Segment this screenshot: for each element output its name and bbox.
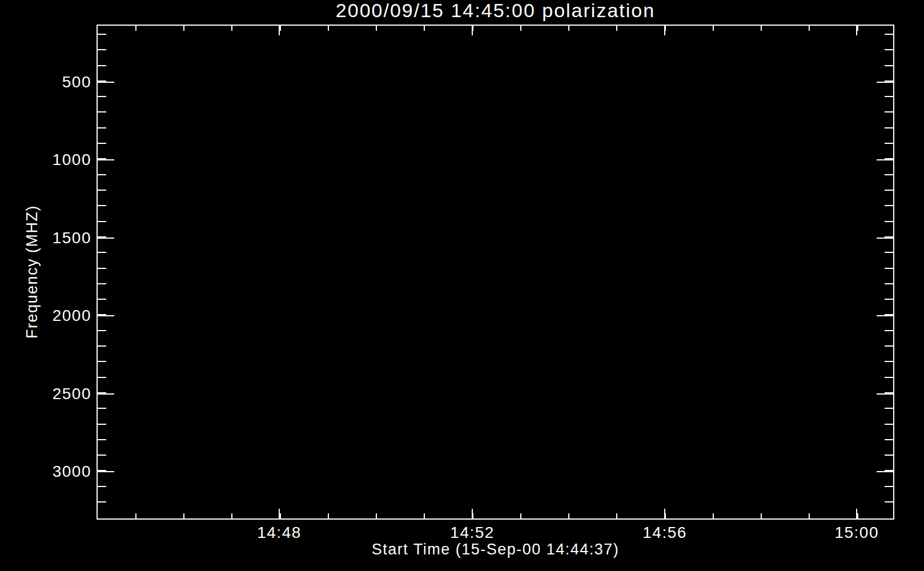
y-minor-tick [98,221,106,222]
x-minor-tick [761,513,762,518]
y-minor-tick [98,111,106,112]
y-minor-tick [885,283,893,284]
y-major-tick [877,315,893,316]
y-axis-label: Frequency (MHZ) [23,205,41,339]
x-tick-label: 14:52 [450,524,495,542]
x-tick-label: 14:56 [642,524,687,542]
y-minor-tick [98,34,106,35]
y-minor-tick [98,252,106,253]
y-major-tick [877,393,893,395]
x-minor-tick [809,513,810,518]
x-minor-tick [376,513,377,518]
y-major-tick [98,315,114,316]
x-axis-label: Start Time (15-Sep-00 14:44:37) [97,541,894,558]
y-major-tick [877,159,893,160]
y-minor-tick [885,486,893,487]
x-minor-tick [568,513,569,518]
y-minor-tick [885,330,893,331]
plot-frame: 14:4814:5214:5615:0050010001500200025003… [97,25,894,520]
y-minor-tick [98,345,106,347]
x-major-tick [472,26,473,35]
y-major-tick [877,471,893,472]
x-minor-tick [809,26,810,31]
x-minor-tick [713,513,714,518]
y-minor-tick [98,143,106,144]
y-minor-tick [885,111,893,112]
x-major-tick [279,509,280,518]
x-minor-tick [520,26,521,31]
x-minor-tick [616,513,617,518]
y-major-tick [98,238,114,239]
x-minor-tick [135,513,136,518]
y-minor-tick [885,361,893,362]
x-minor-tick [376,26,377,31]
y-minor-tick [885,205,893,206]
x-major-tick [664,509,665,518]
y-minor-tick [885,345,893,347]
y-minor-tick [885,34,893,35]
y-tick-label: 1000 [53,151,91,169]
y-minor-tick [885,299,893,300]
spectrogram-window: 2000/09/15 14:45:00 polarization 14:4814… [0,0,924,571]
x-minor-tick [713,26,714,31]
y-minor-tick [885,252,893,253]
x-tick-label: 14:48 [257,524,302,542]
y-minor-tick [885,221,893,222]
y-minor-tick [98,408,106,409]
x-minor-tick [231,26,232,31]
y-minor-tick [885,65,893,66]
y-minor-tick [885,455,893,456]
x-minor-tick [183,513,184,518]
x-minor-tick [328,513,329,518]
y-minor-tick [885,143,893,144]
y-minor-tick [98,65,106,66]
y-minor-tick [98,501,106,502]
y-tick-label: 3000 [53,463,91,481]
x-minor-tick [135,26,136,31]
y-minor-tick [98,424,106,425]
y-minor-tick [98,455,106,456]
x-minor-tick [616,26,617,31]
y-major-tick [98,159,114,160]
y-minor-tick [885,96,893,97]
y-minor-tick [98,486,106,487]
y-minor-tick [98,205,106,206]
y-minor-tick [885,501,893,502]
y-minor-tick [98,49,106,50]
y-minor-tick [885,439,893,440]
y-minor-tick [885,268,893,269]
y-minor-tick [885,377,893,378]
y-minor-tick [98,330,106,331]
y-minor-tick [885,174,893,175]
x-minor-tick [761,26,762,31]
y-major-tick [877,238,893,239]
x-major-tick [279,26,280,35]
y-minor-tick [98,174,106,175]
x-minor-tick [520,513,521,518]
y-tick-label: 500 [62,73,91,91]
y-tick-label: 2000 [53,307,91,325]
x-minor-tick [424,26,425,31]
x-minor-tick [231,513,232,518]
y-minor-tick [98,283,106,284]
y-major-tick [98,393,114,395]
y-minor-tick [885,190,893,191]
y-minor-tick [885,127,893,128]
y-minor-tick [885,408,893,409]
y-minor-tick [98,127,106,128]
x-minor-tick [183,26,184,31]
y-minor-tick [885,49,893,50]
y-minor-tick [885,424,893,425]
y-minor-tick [98,299,106,300]
x-major-tick [856,509,857,518]
y-major-tick [98,471,114,472]
y-minor-tick [98,268,106,269]
y-major-tick [877,82,893,83]
y-minor-tick [98,96,106,97]
x-tick-label: 15:00 [834,524,879,542]
x-major-tick [856,26,857,35]
y-tick-label: 2500 [53,385,91,403]
x-major-tick [472,509,473,518]
y-minor-tick [98,361,106,362]
y-minor-tick [98,377,106,378]
